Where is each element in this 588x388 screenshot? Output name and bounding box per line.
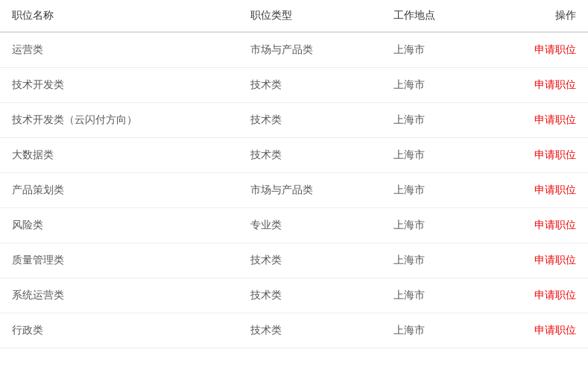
table-row: 技术开发类技术类上海市申请职位 <box>0 68 588 103</box>
job-location: 上海市 <box>382 103 509 138</box>
job-location: 上海市 <box>382 208 509 243</box>
job-location: 上海市 <box>382 68 509 103</box>
job-name: 行政类 <box>0 313 238 348</box>
job-action-cell: 申请职位 <box>508 243 588 278</box>
header-type: 职位类型 <box>238 0 382 32</box>
job-action-cell: 申请职位 <box>508 208 588 243</box>
apply-job-button[interactable]: 申请职位 <box>534 148 576 160</box>
job-name: 产品策划类 <box>0 173 238 208</box>
apply-job-button[interactable]: 申请职位 <box>534 113 576 125</box>
job-location: 上海市 <box>382 138 509 173</box>
table-row: 系统运营类技术类上海市申请职位 <box>0 278 588 313</box>
apply-job-button[interactable]: 申请职位 <box>534 78 576 90</box>
table-row: 质量管理类技术类上海市申请职位 <box>0 243 588 278</box>
table-header-row: 职位名称 职位类型 工作地点 操作 <box>0 0 588 32</box>
job-name: 大数据类 <box>0 138 238 173</box>
job-location: 上海市 <box>382 278 509 313</box>
apply-job-button[interactable]: 申请职位 <box>534 219 576 231</box>
job-action-cell: 申请职位 <box>508 138 588 173</box>
job-type: 技术类 <box>238 103 382 138</box>
job-action-cell: 申请职位 <box>508 313 588 348</box>
job-location: 上海市 <box>382 313 509 348</box>
job-type: 技术类 <box>238 68 382 103</box>
job-name: 技术开发类（云闪付方向） <box>0 103 238 138</box>
job-action-cell: 申请职位 <box>508 278 588 313</box>
job-location: 上海市 <box>382 32 509 68</box>
job-action-cell: 申请职位 <box>508 173 588 208</box>
table-row: 技术开发类（云闪付方向）技术类上海市申请职位 <box>0 103 588 138</box>
job-action-cell: 申请职位 <box>508 103 588 138</box>
job-type: 技术类 <box>238 278 382 313</box>
header-name: 职位名称 <box>0 0 238 32</box>
table-row: 行政类技术类上海市申请职位 <box>0 313 588 348</box>
job-name: 质量管理类 <box>0 243 238 278</box>
job-type: 技术类 <box>238 138 382 173</box>
job-name: 系统运营类 <box>0 278 238 313</box>
job-type: 市场与产品类 <box>238 173 382 208</box>
table-row: 大数据类技术类上海市申请职位 <box>0 138 588 173</box>
job-type: 市场与产品类 <box>238 32 382 68</box>
job-name: 运营类 <box>0 32 238 68</box>
job-location: 上海市 <box>382 243 509 278</box>
apply-job-button[interactable]: 申请职位 <box>534 324 576 336</box>
apply-job-button[interactable]: 申请职位 <box>534 254 576 266</box>
table-row: 产品策划类市场与产品类上海市申请职位 <box>0 173 588 208</box>
job-action-cell: 申请职位 <box>508 68 588 103</box>
header-location: 工作地点 <box>382 0 509 32</box>
header-action: 操作 <box>508 0 588 32</box>
apply-job-button[interactable]: 申请职位 <box>534 184 576 195</box>
job-table-container: 职位名称 职位类型 工作地点 操作 运营类市场与产品类上海市申请职位技术开发类技… <box>0 0 588 348</box>
job-table: 职位名称 职位类型 工作地点 操作 运营类市场与产品类上海市申请职位技术开发类技… <box>0 0 588 348</box>
apply-job-button[interactable]: 申请职位 <box>534 289 576 301</box>
apply-job-button[interactable]: 申请职位 <box>534 43 576 55</box>
table-row: 运营类市场与产品类上海市申请职位 <box>0 32 588 68</box>
job-type: 专业类 <box>238 208 382 243</box>
job-name: 技术开发类 <box>0 68 238 103</box>
job-action-cell: 申请职位 <box>508 32 588 68</box>
table-row: 风险类专业类上海市申请职位 <box>0 208 588 243</box>
job-type: 技术类 <box>238 313 382 348</box>
job-type: 技术类 <box>238 243 382 278</box>
job-location: 上海市 <box>382 173 509 208</box>
job-name: 风险类 <box>0 208 238 243</box>
